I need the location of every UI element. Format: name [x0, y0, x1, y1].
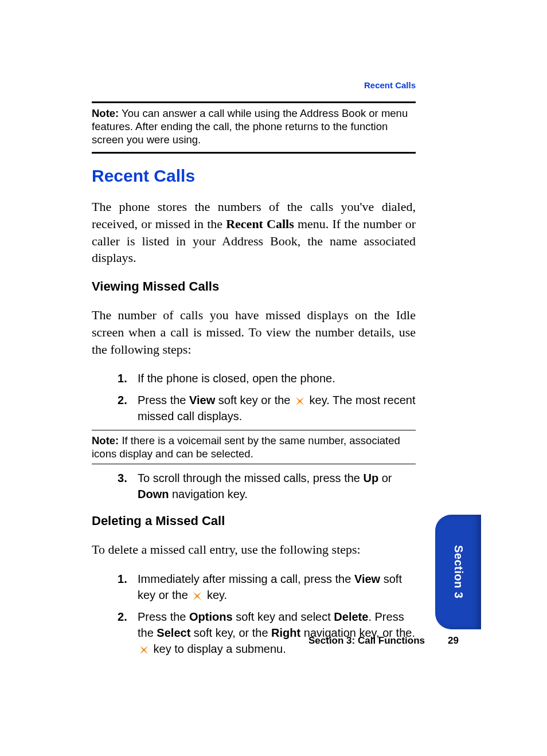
svg-marker-0 [296, 397, 304, 405]
section-tab-label: Section 3 [452, 545, 465, 598]
section-title: Recent Calls [92, 166, 416, 186]
footer-section: Section 3: Call Functions [308, 635, 425, 646]
rule [92, 464, 416, 464]
rule [92, 152, 416, 154]
nav-x-icon [192, 591, 202, 601]
deleting-intro: To delete a missed call entry, use the f… [92, 541, 416, 558]
footer-page-number: 29 [448, 635, 459, 646]
subhead-viewing: Viewing Missed Calls [92, 279, 416, 294]
note-text: You can answer a call while using the Ad… [92, 107, 408, 146]
step-item: To scroll through the missed calls, pres… [92, 470, 416, 502]
header-breadcrumb: Recent Calls [92, 80, 416, 90]
note-label: Note: [92, 434, 119, 446]
rule [92, 101, 416, 103]
viewing-intro: The number of calls you have missed disp… [92, 307, 416, 358]
nav-x-icon [295, 396, 305, 406]
step-item: If the phone is closed, open the phone. [92, 370, 416, 386]
section-tab: Section 3 [435, 515, 481, 629]
note-text: If there is a voicemail sent by the same… [92, 434, 400, 460]
steps-list-2: To scroll through the missed calls, pres… [92, 470, 416, 502]
svg-marker-2 [140, 646, 148, 654]
step-item: Press the View soft key or the key. The … [92, 392, 416, 424]
subhead-deleting: Deleting a Missed Call [92, 514, 416, 528]
step-item: Immediately after missing a call, press … [92, 571, 416, 603]
rule [92, 430, 416, 430]
step-item: Press the Options soft key and select De… [92, 609, 416, 657]
note-mid: Note: If there is a voicemail sent by th… [92, 434, 416, 460]
note-label: Note: [92, 107, 119, 119]
page-footer: Section 3: Call Functions29 [92, 635, 459, 647]
svg-marker-1 [193, 592, 201, 600]
page-content: Recent Calls Note: You can answer a call… [92, 80, 416, 663]
section-intro: The phone stores the numbers of the call… [92, 198, 416, 267]
steps-list-1: If the phone is closed, open the phone. … [92, 370, 416, 424]
note-top: Note: You can answer a call while using … [92, 107, 416, 146]
